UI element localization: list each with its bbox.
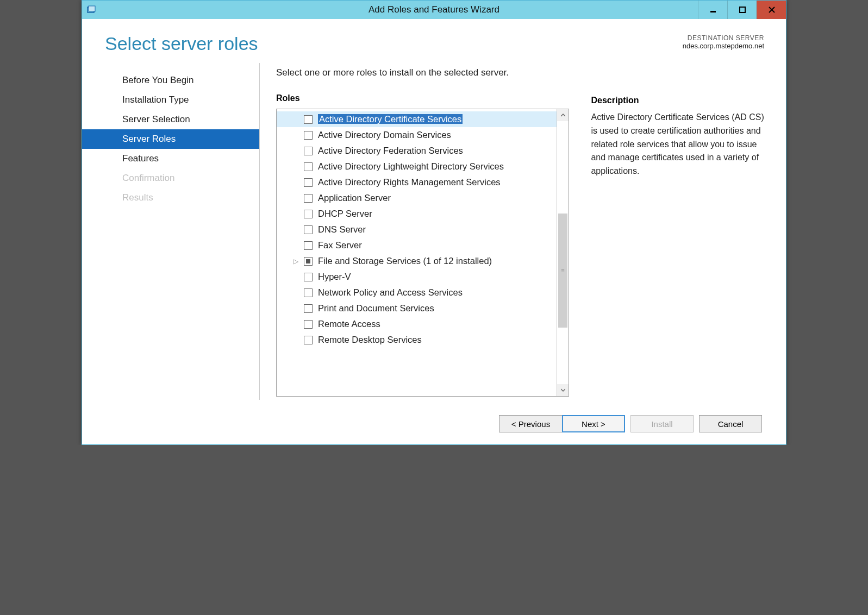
roles-listbox: Active Directory Certificate ServicesAct… bbox=[276, 109, 569, 397]
role-checkbox[interactable] bbox=[304, 115, 313, 124]
page-title: Select server roles bbox=[105, 33, 683, 54]
role-row[interactable]: Network Policy and Access Services bbox=[277, 285, 557, 300]
role-label: Application Server bbox=[318, 193, 391, 203]
role-row[interactable]: Active Directory Domain Services bbox=[277, 127, 557, 143]
svg-rect-2 bbox=[710, 11, 716, 12]
scroll-down-button[interactable] bbox=[557, 384, 569, 396]
window-title: Add Roles and Features Wizard bbox=[82, 4, 786, 15]
cancel-button[interactable]: Cancel bbox=[699, 415, 762, 432]
destination-server-block: DESTINATION SERVER ndes.corp.mstepdemo.n… bbox=[683, 34, 764, 50]
instruction-text: Select one or more roles to install on t… bbox=[276, 67, 569, 78]
nav-step-6: Results bbox=[82, 188, 259, 208]
install-button: Install bbox=[630, 415, 694, 432]
role-checkbox[interactable] bbox=[304, 147, 313, 155]
role-label: Active Directory Lightweight Directory S… bbox=[318, 161, 504, 172]
roles-header: Roles bbox=[276, 93, 569, 103]
nav-step-2[interactable]: Server Selection bbox=[82, 110, 259, 129]
role-row[interactable]: Print and Document Services bbox=[277, 300, 557, 316]
role-label: Remote Access bbox=[318, 319, 380, 329]
role-checkbox[interactable] bbox=[304, 288, 313, 297]
role-label: File and Storage Services (1 of 12 insta… bbox=[318, 256, 492, 266]
svg-rect-3 bbox=[740, 7, 745, 12]
role-row[interactable]: Application Server bbox=[277, 190, 557, 206]
role-checkbox[interactable] bbox=[304, 194, 313, 203]
role-label: DNS Server bbox=[318, 224, 366, 235]
nav-step-0[interactable]: Before You Begin bbox=[82, 71, 259, 90]
role-checkbox[interactable] bbox=[304, 241, 313, 250]
role-row[interactable]: Active Directory Lightweight Directory S… bbox=[277, 159, 557, 174]
role-label: Print and Document Services bbox=[318, 303, 434, 313]
expand-icon[interactable]: ▷ bbox=[293, 258, 298, 265]
role-label: Active Directory Federation Services bbox=[318, 146, 463, 156]
wizard-footer: < Previous Next > Install Cancel bbox=[82, 405, 786, 444]
nav-step-4[interactable]: Features bbox=[82, 149, 259, 168]
nav-step-5: Confirmation bbox=[82, 168, 259, 188]
role-checkbox[interactable] bbox=[304, 257, 313, 266]
app-icon bbox=[86, 5, 96, 15]
window-buttons bbox=[698, 1, 786, 19]
role-label: Active Directory Domain Services bbox=[318, 130, 451, 140]
svg-rect-1 bbox=[89, 6, 95, 11]
role-label: DHCP Server bbox=[318, 209, 372, 219]
close-button[interactable] bbox=[757, 1, 786, 19]
role-row[interactable]: Active Directory Certificate Services bbox=[277, 111, 557, 127]
next-button[interactable]: Next > bbox=[562, 415, 625, 432]
description-text: Active Directory Certificate Services (A… bbox=[591, 111, 764, 178]
nav-step-1[interactable]: Installation Type bbox=[82, 90, 259, 110]
previous-button[interactable]: < Previous bbox=[499, 415, 562, 432]
role-row[interactable]: Active Directory Rights Management Servi… bbox=[277, 174, 557, 190]
minimize-button[interactable] bbox=[698, 1, 727, 19]
role-label: Remote Desktop Services bbox=[318, 335, 422, 345]
wizard-nav: Before You BeginInstallation TypeServer … bbox=[82, 58, 259, 405]
role-label: Fax Server bbox=[318, 240, 362, 250]
role-label: Active Directory Certificate Services bbox=[318, 114, 463, 124]
role-row[interactable]: Active Directory Federation Services bbox=[277, 143, 557, 159]
scroll-track[interactable]: ≡ bbox=[557, 121, 569, 384]
role-checkbox[interactable] bbox=[304, 178, 313, 187]
scrollbar[interactable]: ≡ bbox=[557, 109, 569, 396]
role-row[interactable]: Hyper-V bbox=[277, 269, 557, 285]
scroll-thumb[interactable]: ≡ bbox=[558, 214, 567, 328]
role-checkbox[interactable] bbox=[304, 162, 313, 171]
role-row[interactable]: Remote Desktop Services bbox=[277, 332, 557, 348]
scroll-up-button[interactable] bbox=[557, 109, 569, 121]
role-label: Hyper-V bbox=[318, 272, 351, 282]
description-header: Description bbox=[591, 96, 764, 105]
role-row[interactable]: Fax Server bbox=[277, 237, 557, 253]
role-checkbox[interactable] bbox=[304, 131, 313, 140]
wizard-window: Add Roles and Features Wizard Select ser… bbox=[82, 0, 786, 445]
role-checkbox[interactable] bbox=[304, 225, 313, 234]
role-checkbox[interactable] bbox=[304, 273, 313, 281]
role-row[interactable]: ▷File and Storage Services (1 of 12 inst… bbox=[277, 253, 557, 269]
role-checkbox[interactable] bbox=[304, 320, 313, 329]
nav-step-3[interactable]: Server Roles bbox=[82, 129, 259, 149]
role-checkbox[interactable] bbox=[304, 210, 313, 218]
role-row[interactable]: DHCP Server bbox=[277, 206, 557, 222]
destination-label: DESTINATION SERVER bbox=[683, 34, 764, 42]
roles-list[interactable]: Active Directory Certificate ServicesAct… bbox=[277, 109, 557, 396]
role-checkbox[interactable] bbox=[304, 336, 313, 344]
destination-server: ndes.corp.mstepdemo.net bbox=[683, 42, 764, 50]
role-row[interactable]: DNS Server bbox=[277, 222, 557, 237]
titlebar[interactable]: Add Roles and Features Wizard bbox=[82, 1, 786, 19]
role-checkbox[interactable] bbox=[304, 304, 313, 313]
maximize-button[interactable] bbox=[727, 1, 757, 19]
role-label: Active Directory Rights Management Servi… bbox=[318, 177, 501, 187]
role-label: Network Policy and Access Services bbox=[318, 287, 463, 298]
role-row[interactable]: Remote Access bbox=[277, 316, 557, 332]
